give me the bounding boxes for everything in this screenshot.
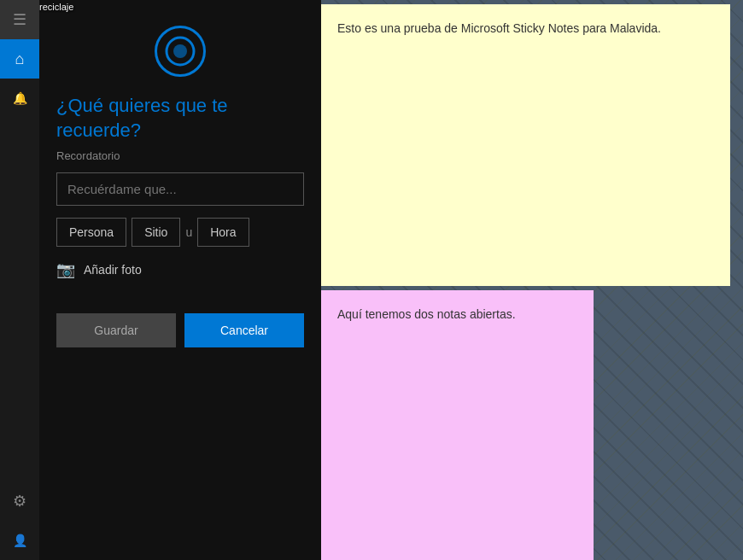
settings-icon[interactable]: ⚙ (0, 481, 39, 521)
sticky-note-pink[interactable]: Aquí tenemos dos notas abiertas. (320, 290, 594, 560)
cortana-logo-svg (163, 34, 197, 68)
recycle-bin-label: reciclaje (39, 2, 73, 12)
sticky-note-yellow[interactable]: Esto es una prueba de Microsoft Sticky N… (320, 4, 730, 286)
tag-sitio[interactable]: Sitio (132, 218, 180, 247)
notification-icon[interactable]: 🔔 (0, 79, 39, 118)
guardar-button[interactable]: Guardar (56, 313, 176, 347)
camera-icon: 📷 (56, 260, 75, 279)
cortana-panel: ¿Qué quieres que te recuerde? Recordator… (39, 0, 321, 560)
cortana-subtitle: Recordatorio (56, 149, 304, 162)
tag-hora[interactable]: Hora (197, 218, 249, 247)
sticky-note-yellow-text: Esto es una prueba de Microsoft Sticky N… (337, 21, 661, 35)
sticky-note-pink-text: Aquí tenemos dos notas abiertas. (337, 307, 516, 321)
cancelar-button[interactable]: Cancelar (184, 313, 304, 347)
hamburger-icon[interactable]: ☰ (0, 0, 39, 39)
reminder-input[interactable] (56, 172, 304, 206)
tag-separator: u (185, 225, 192, 239)
reminder-tags: Persona Sitio u Hora (56, 218, 304, 247)
cortana-logo (155, 26, 206, 77)
home-icon[interactable]: ⌂ (0, 39, 39, 79)
cortana-action-buttons: Guardar Cancelar (56, 313, 304, 347)
tag-persona[interactable]: Persona (56, 218, 126, 247)
cortana-title: ¿Qué quieres que te recuerde? (56, 94, 304, 143)
add-photo-button[interactable]: 📷 Añadir foto (56, 260, 304, 279)
add-photo-label: Añadir foto (84, 263, 142, 277)
sidebar: ☰ ⌂ 🔔 ⚙ 👤 (0, 0, 39, 560)
user-icon[interactable]: 👤 (0, 521, 39, 560)
svg-point-1 (173, 44, 187, 58)
